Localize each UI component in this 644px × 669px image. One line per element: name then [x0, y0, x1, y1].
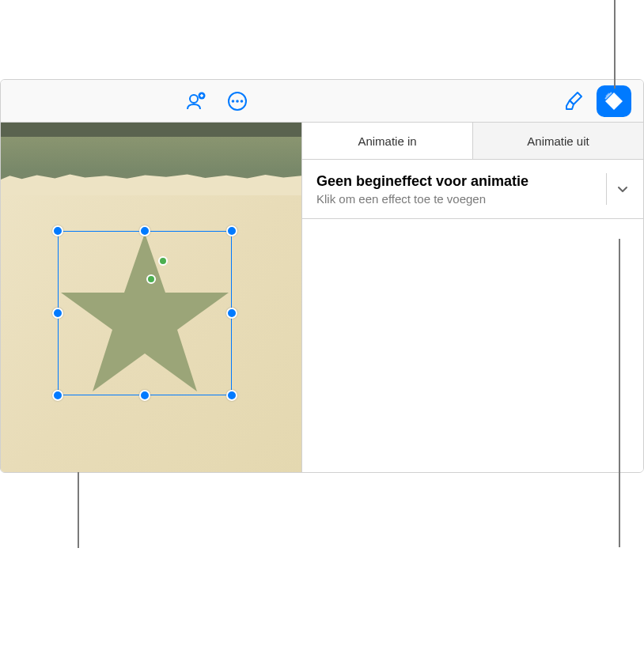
collaborate-button[interactable]	[180, 86, 210, 116]
effect-text: Geen begineffect voor animatie Klik om e…	[316, 172, 606, 206]
resize-handle-tl[interactable]	[52, 225, 63, 236]
format-button[interactable]	[559, 86, 589, 116]
toolbar-right	[559, 85, 631, 117]
main-area: Animatie in Animatie uit Geen begineffec…	[1, 123, 643, 472]
callout-line	[619, 239, 620, 547]
resize-handle-tr[interactable]	[226, 225, 237, 236]
toolbar	[1, 80, 643, 123]
svg-point-0	[190, 95, 198, 103]
effect-dropdown-button[interactable]	[606, 173, 629, 205]
slide-canvas[interactable]	[1, 123, 301, 472]
resize-handle-mr[interactable]	[226, 308, 237, 319]
svg-point-4	[236, 100, 239, 103]
tab-label: Animatie uit	[527, 134, 589, 148]
star-shape	[56, 229, 233, 397]
svg-point-3	[232, 100, 235, 103]
inspector-sidebar: Animatie in Animatie uit Geen begineffec…	[301, 123, 643, 472]
shape-control-handle[interactable]	[146, 274, 156, 284]
selected-object[interactable]	[52, 225, 237, 401]
tab-label: Animatie in	[358, 134, 416, 148]
tab-animate-in[interactable]: Animatie in	[302, 123, 473, 159]
resize-handle-bl[interactable]	[52, 390, 63, 401]
app-window: Animatie in Animatie uit Geen begineffec…	[0, 79, 644, 473]
animate-icon	[602, 89, 626, 113]
bg-torn-edge	[1, 180, 301, 195]
format-brush-icon	[563, 90, 585, 112]
effect-subtitle: Klik om een effect toe te voegen	[316, 192, 606, 206]
effect-selector[interactable]: Geen begineffect voor animatie Klik om e…	[302, 160, 643, 219]
more-button[interactable]	[222, 86, 252, 116]
bg-layer	[1, 123, 301, 137]
more-icon	[225, 89, 249, 113]
chevron-down-icon	[616, 183, 629, 195]
effect-title: Geen begineffect voor animatie	[316, 172, 606, 191]
callout-line	[614, 0, 616, 89]
svg-point-5	[241, 100, 244, 103]
tab-animate-out[interactable]: Animatie uit	[473, 123, 643, 159]
shape-control-handle[interactable]	[158, 256, 168, 266]
resize-handle-tm[interactable]	[139, 225, 150, 236]
inspector-tabs: Animatie in Animatie uit	[302, 123, 643, 160]
resize-handle-br[interactable]	[226, 390, 237, 401]
resize-handle-bm[interactable]	[139, 390, 150, 401]
animate-button[interactable]	[597, 85, 631, 117]
resize-handle-ml[interactable]	[52, 308, 63, 319]
collaborate-icon	[184, 89, 207, 113]
